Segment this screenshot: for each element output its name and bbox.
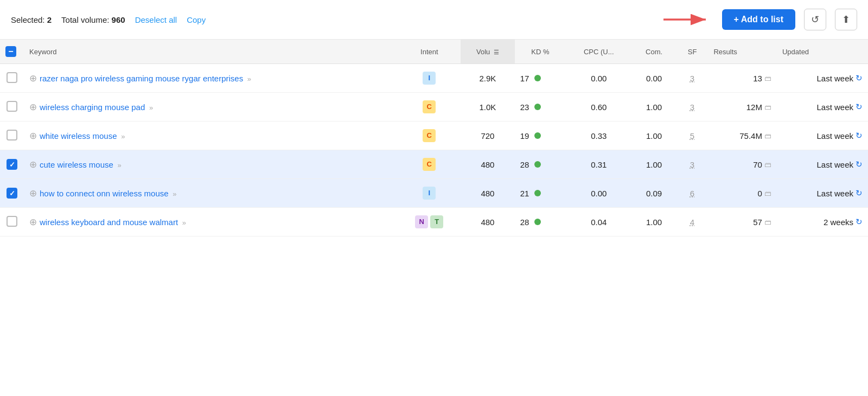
results-icon[interactable]: 🗃 <box>764 103 771 111</box>
com-cell: 1.00 <box>632 93 676 122</box>
table-row: ⊕razer naga pro wireless gaming mouse ry… <box>0 64 868 93</box>
sf-value: 3 <box>690 74 694 83</box>
kd-dot <box>534 219 541 225</box>
cpc-cell: 0.60 <box>566 93 632 122</box>
copy-link[interactable]: Copy <box>187 15 206 24</box>
row-checkbox[interactable] <box>7 159 17 170</box>
refresh-button[interactable]: ↺ <box>804 9 826 30</box>
updated-value: Last week <box>816 131 853 140</box>
deselect-all-link[interactable]: Deselect all <box>135 15 177 24</box>
select-all-checkbox[interactable] <box>5 46 16 57</box>
results-icon[interactable]: 🗃 <box>764 132 771 140</box>
row-checkbox[interactable] <box>7 130 17 140</box>
table-row: ⊕cute wireless mouse »C480280.311.00370🗃… <box>0 150 868 179</box>
keyword-link[interactable]: wireless keyboard and mouse walmart <box>40 218 178 227</box>
chevron-icon: » <box>171 190 177 198</box>
add-keyword-icon[interactable]: ⊕ <box>29 102 37 112</box>
export-button[interactable]: ⬆ <box>835 9 857 30</box>
kd-dot <box>534 190 541 196</box>
kd-dot <box>534 104 541 110</box>
results-value: 12M <box>746 103 762 112</box>
volume-cell: 2.9K <box>461 64 515 93</box>
com-cell: 1.00 <box>632 122 676 150</box>
com-header: Com. <box>632 40 676 64</box>
volume-cell: 480 <box>461 150 515 179</box>
com-cell: 0.00 <box>632 64 676 93</box>
kd-value: 17 <box>520 74 529 83</box>
results-icon[interactable]: 🗃 <box>764 74 771 82</box>
kd-cell: 28 <box>515 208 566 237</box>
updated-value: 2 weeks <box>824 218 853 227</box>
arrow-icon <box>663 12 712 27</box>
add-keyword-icon[interactable]: ⊕ <box>29 188 37 199</box>
keyword-cell: ⊕wireless charging mouse pad » <box>24 93 398 122</box>
kd-value: 19 <box>520 131 529 140</box>
table-row: ⊕white wireless mouse »C720190.331.00575… <box>0 122 868 150</box>
results-header: Results <box>708 40 776 64</box>
keyword-link[interactable]: how to connect onn wireless mouse <box>40 189 169 198</box>
keywords-table: Keyword Intent Volu ☰ KD % CPC (U... Com… <box>0 40 868 237</box>
refresh-row-icon[interactable]: ↻ <box>856 131 863 140</box>
select-all-header[interactable] <box>0 40 24 64</box>
row-checkbox[interactable] <box>7 188 17 199</box>
results-icon[interactable]: 🗃 <box>764 218 771 226</box>
row-checkbox[interactable] <box>7 216 17 227</box>
kd-value: 28 <box>520 218 529 227</box>
sf-value: 4 <box>690 218 694 227</box>
results-cell: 13🗃 <box>708 64 776 93</box>
kd-cell: 21 <box>515 179 566 208</box>
row-checkbox[interactable] <box>7 72 17 83</box>
chevron-icon: » <box>119 132 125 140</box>
table-header-row: Keyword Intent Volu ☰ KD % CPC (U... Com… <box>0 40 868 64</box>
kd-header: KD % <box>515 40 566 64</box>
kd-dot <box>534 75 541 81</box>
keyword-link[interactable]: razer naga pro wireless gaming mouse ryg… <box>40 74 243 83</box>
add-keyword-icon[interactable]: ⊕ <box>29 131 37 141</box>
updated-cell: Last week↻ <box>777 64 868 93</box>
intent-badge: C <box>423 158 436 171</box>
sf-cell: 6 <box>676 179 709 208</box>
refresh-row-icon[interactable]: ↻ <box>856 217 863 227</box>
chevron-icon: » <box>116 161 122 169</box>
updated-header: Updated <box>777 40 868 64</box>
sf-value: 3 <box>690 103 694 112</box>
results-cell: 75.4M🗃 <box>708 122 776 150</box>
keyword-link[interactable]: cute wireless mouse <box>40 160 113 169</box>
row-checkbox[interactable] <box>7 101 17 112</box>
updated-cell: Last week↻ <box>777 122 868 150</box>
updated-value: Last week <box>816 103 853 112</box>
results-cell: 57🗃 <box>708 208 776 237</box>
results-value: 0 <box>758 189 762 198</box>
keyword-link[interactable]: wireless charging mouse pad <box>40 103 145 112</box>
volume-header[interactable]: Volu ☰ <box>461 40 515 64</box>
results-icon[interactable]: 🗃 <box>764 189 771 197</box>
keyword-link[interactable]: white wireless mouse <box>40 131 117 140</box>
sf-value: 6 <box>690 189 694 198</box>
add-keyword-icon[interactable]: ⊕ <box>29 73 37 84</box>
refresh-row-icon[interactable]: ↻ <box>856 73 863 83</box>
kd-value: 23 <box>520 103 529 112</box>
keyword-cell: ⊕white wireless mouse » <box>24 122 398 150</box>
table-row: ⊕how to connect onn wireless mouse »I480… <box>0 179 868 208</box>
results-value: 13 <box>753 74 762 83</box>
kd-cell: 23 <box>515 93 566 122</box>
intent-cell: C <box>398 93 461 122</box>
updated-cell: Last week↻ <box>777 150 868 179</box>
sf-cell: 3 <box>676 150 709 179</box>
refresh-row-icon[interactable]: ↻ <box>856 159 863 169</box>
add-keyword-icon[interactable]: ⊕ <box>29 159 37 170</box>
refresh-row-icon[interactable]: ↻ <box>856 188 863 198</box>
cpc-header: CPC (U... <box>566 40 632 64</box>
updated-cell: Last week↻ <box>777 93 868 122</box>
sort-icon: ☰ <box>494 49 499 55</box>
cpc-cell: 0.00 <box>566 179 632 208</box>
total-volume-label: Total volume: 960 <box>61 15 125 24</box>
results-icon[interactable]: 🗃 <box>764 161 771 169</box>
updated-value: Last week <box>816 74 853 83</box>
add-to-list-button[interactable]: + Add to list <box>722 9 795 30</box>
com-cell: 0.09 <box>632 179 676 208</box>
add-keyword-icon[interactable]: ⊕ <box>29 217 37 227</box>
kd-cell: 28 <box>515 150 566 179</box>
results-cell: 0🗃 <box>708 179 776 208</box>
refresh-row-icon[interactable]: ↻ <box>856 102 863 112</box>
